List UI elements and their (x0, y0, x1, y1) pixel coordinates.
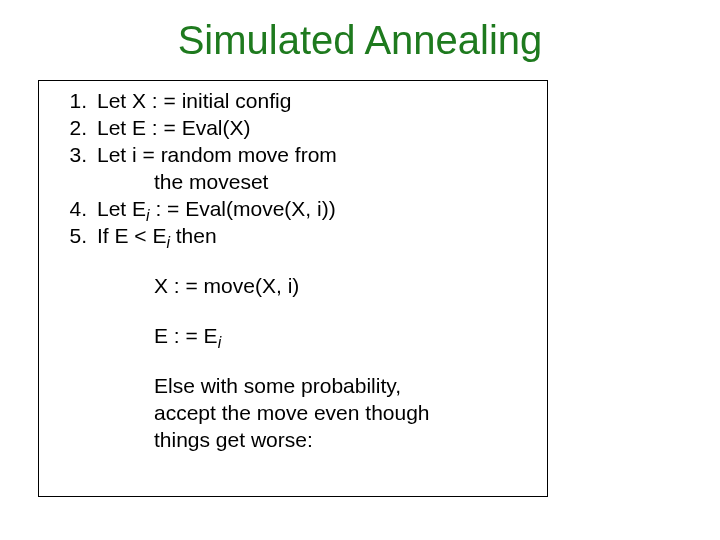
step-number: 1. (49, 87, 97, 114)
slide-title: Simulated Annealing (0, 18, 720, 63)
body-else-2: accept the move even though (49, 399, 537, 426)
spacer (49, 249, 537, 272)
step-3-cont: the moveset (49, 168, 537, 195)
body-text: E : = Ei (154, 324, 221, 347)
step-2: 2.Let E : = Eval(X) (49, 114, 537, 141)
body-else-1: Else with some probability, (49, 372, 537, 399)
step-number: 5. (49, 222, 97, 249)
step-number: 2. (49, 114, 97, 141)
body-text: Else with some probability, (154, 374, 401, 397)
body-text: accept the move even though (154, 401, 430, 424)
body-text: X : = move(X, i) (154, 274, 299, 297)
body-text: things get worse: (154, 428, 313, 451)
spacer (49, 349, 537, 372)
algorithm-box: 1.Let X : = initial config 2.Let E : = E… (38, 80, 548, 497)
step-4: 4.Let Ei : = Eval(move(X, i)) (49, 195, 537, 222)
body-assign-e: E : = Ei (49, 322, 537, 349)
step-text: Let X : = initial config (97, 89, 291, 112)
step-number: 3. (49, 141, 97, 168)
step-text: Let Ei : = Eval(move(X, i)) (97, 197, 336, 220)
body-assign-x: X : = move(X, i) (49, 272, 537, 299)
step-3: 3.Let i = random move from (49, 141, 537, 168)
step-number: 4. (49, 195, 97, 222)
step-text: the moveset (154, 170, 268, 193)
step-1: 1.Let X : = initial config (49, 87, 537, 114)
spacer (49, 299, 537, 322)
step-text: Let i = random move from (97, 143, 337, 166)
step-text: Let E : = Eval(X) (97, 116, 250, 139)
step-5: 5.If E < Ei then (49, 222, 537, 249)
slide: Simulated Annealing 1.Let X : = initial … (0, 0, 720, 540)
body-else-3: things get worse: (49, 426, 537, 453)
step-text: If E < Ei then (97, 224, 217, 247)
